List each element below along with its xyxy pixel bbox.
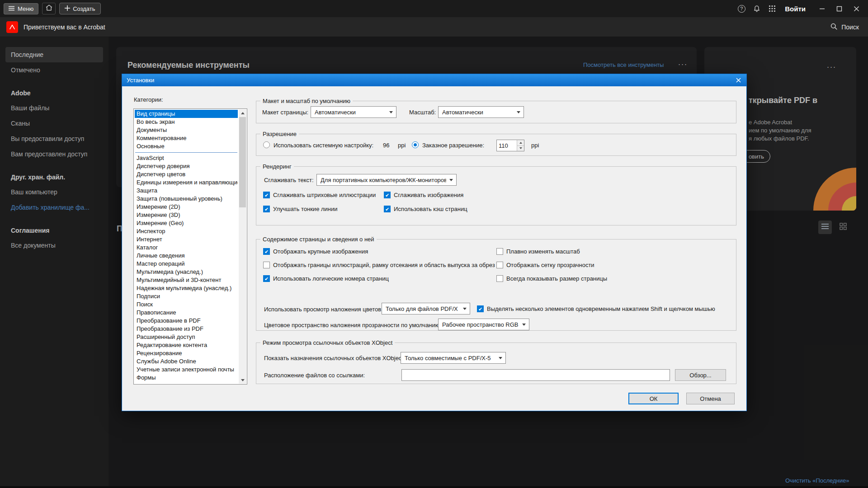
category-item[interactable]: Каталог: [135, 244, 238, 252]
scroll-up-arrow[interactable]: [239, 109, 246, 117]
category-item[interactable]: Учетные записи электронной почты: [135, 366, 238, 374]
sidebar-item[interactable]: Ваши файлы: [5, 100, 103, 116]
category-item[interactable]: Преобразование в PDF: [135, 317, 238, 325]
sign-in-button[interactable]: Войти: [785, 5, 806, 13]
sidebar-item[interactable]: Вы предоставили доступ: [5, 131, 103, 146]
list-view-button[interactable]: [818, 221, 832, 234]
clear-recent-link[interactable]: Очистить «Последние»: [785, 477, 849, 484]
category-item[interactable]: Вид страницы: [135, 110, 238, 118]
category-item[interactable]: Диспетчер цветов: [135, 170, 238, 178]
checkbox-row[interactable]: Сглаживать штриховые иллюстрации: [263, 190, 376, 199]
listbox-scrollbar[interactable]: [239, 109, 246, 384]
apps-grid-icon[interactable]: [766, 2, 778, 15]
checkbox-row[interactable]: Отображать сетку прозрачности: [496, 260, 607, 269]
category-item[interactable]: Личные сведения: [135, 252, 238, 260]
category-item[interactable]: Диспетчер доверия: [135, 162, 238, 170]
help-icon[interactable]: ?: [735, 2, 748, 15]
category-item[interactable]: Надежная мультимедиа (унаслед.): [135, 284, 238, 292]
dialog-titlebar[interactable]: Установки: [122, 74, 746, 86]
category-item[interactable]: Документы: [135, 126, 238, 134]
menu-button[interactable]: Меню: [4, 3, 38, 14]
create-button[interactable]: Создать: [59, 3, 100, 14]
category-item[interactable]: Единицы измерения и направляющие: [135, 178, 238, 187]
category-item[interactable]: JavaScript: [135, 154, 238, 162]
notifications-bell-icon[interactable]: [750, 2, 763, 15]
category-item[interactable]: Подписи: [135, 292, 238, 300]
checkbox-row[interactable]: Отображать границы иллюстраций, рамку от…: [263, 260, 495, 269]
category-item[interactable]: Мультимедиа (унаслед.): [135, 268, 238, 276]
category-item[interactable]: Инспектор: [135, 227, 238, 235]
zoom-combo[interactable]: Автоматически: [438, 106, 524, 118]
category-item[interactable]: Службы Adobe Online: [135, 357, 238, 366]
sidebar-item[interactable]: Последние: [5, 47, 103, 62]
ok-button[interactable]: ОК: [628, 393, 679, 404]
spin-up-button[interactable]: [517, 140, 524, 145]
checkbox[interactable]: [384, 192, 391, 198]
xobject-combo[interactable]: Только совместимые с PDF/X-5: [401, 352, 506, 364]
search-button[interactable]: Поиск: [830, 23, 859, 32]
category-item[interactable]: Редактирование контента: [135, 341, 238, 349]
shift-select-checkbox-row[interactable]: Выделять несколько элементов одновременн…: [477, 304, 715, 313]
custom-resolution-input[interactable]: [497, 140, 517, 151]
close-button[interactable]: [848, 2, 864, 15]
scroll-thumb[interactable]: [239, 117, 246, 207]
browse-button[interactable]: Обзор...: [675, 369, 726, 381]
category-item[interactable]: Измерение (3D): [135, 211, 238, 219]
category-item[interactable]: Поиск: [135, 300, 238, 309]
category-item[interactable]: Измерение (Geo): [135, 219, 238, 227]
category-item[interactable]: Мультимедийный и 3D-контент: [135, 276, 238, 284]
category-item[interactable]: Защита: [135, 187, 238, 195]
spin-down-button[interactable]: [517, 145, 524, 151]
checkbox[interactable]: [496, 248, 503, 255]
category-item[interactable]: Во весь экран: [135, 118, 238, 126]
category-item[interactable]: Преобразование из PDF: [135, 325, 238, 333]
page-layout-combo[interactable]: Автоматически: [311, 106, 396, 118]
sidebar-item[interactable]: Отмечено: [5, 62, 103, 78]
category-item[interactable]: Интернет: [135, 235, 238, 244]
checkbox-row[interactable]: Отображать крупные изображения: [263, 247, 495, 256]
dialog-close-button[interactable]: [730, 74, 746, 86]
sidebar-item[interactable]: Ваш компьютер: [5, 184, 103, 200]
category-item[interactable]: Защита (повышенный уровень): [135, 195, 238, 203]
maximize-button[interactable]: [831, 2, 847, 15]
category-item[interactable]: Формы: [135, 374, 238, 382]
checkbox[interactable]: [263, 275, 270, 282]
checkbox[interactable]: [496, 262, 503, 268]
overprint-combo[interactable]: Только для файлов PDF/X: [382, 303, 470, 314]
category-item[interactable]: Измерение (2D): [135, 203, 238, 211]
checkbox-row[interactable]: Улучшать тонкие линии: [263, 204, 376, 213]
sidebar-item[interactable]: Все документы: [5, 238, 103, 253]
category-item[interactable]: Расширенный доступ: [135, 333, 238, 341]
checkbox[interactable]: [263, 248, 270, 255]
more-options-icon[interactable]: ...: [827, 61, 836, 70]
more-options-icon[interactable]: ...: [678, 58, 688, 67]
category-item[interactable]: Комментирование: [135, 134, 238, 142]
category-item[interactable]: Основные: [135, 142, 238, 150]
grid-view-button[interactable]: [836, 221, 850, 234]
checkbox-row[interactable]: Сглаживать изображения: [384, 190, 467, 199]
transparency-combo[interactable]: Рабочее пространство RGB: [438, 319, 529, 330]
checkbox[interactable]: [496, 275, 503, 282]
see-all-tools-link[interactable]: Посмотреть все инструменты: [583, 61, 664, 68]
category-item[interactable]: Рецензирование: [135, 349, 238, 357]
checkbox[interactable]: [477, 305, 484, 312]
custom-resolution-spinner[interactable]: [496, 140, 524, 151]
cancel-button[interactable]: Отмена: [686, 393, 735, 404]
scroll-down-arrow[interactable]: [239, 376, 246, 384]
checkbox[interactable]: [263, 192, 270, 198]
checkbox[interactable]: [263, 262, 270, 268]
location-input[interactable]: [401, 369, 670, 381]
checkbox-row[interactable]: Использовать логические номера страниц: [263, 274, 495, 283]
sidebar-item[interactable]: Сканы: [5, 116, 103, 131]
category-item[interactable]: Мастер операций: [135, 260, 238, 268]
checkbox-row[interactable]: Использовать кэш страниц: [384, 204, 467, 213]
category-item[interactable]: Правописание: [135, 309, 238, 317]
checkbox[interactable]: [263, 206, 270, 212]
home-button[interactable]: [42, 3, 56, 14]
minimize-button[interactable]: [814, 2, 830, 15]
sidebar-item[interactable]: Вам предоставлен доступ: [5, 146, 103, 162]
smooth-text-combo[interactable]: Для портативных компьютеров/ЖК-мониторов: [316, 174, 457, 186]
sidebar-add-storage-link[interactable]: Добавить хранилище фа...: [5, 200, 103, 215]
custom-resolution-radio[interactable]: [412, 141, 419, 148]
system-resolution-radio[interactable]: [263, 141, 270, 148]
